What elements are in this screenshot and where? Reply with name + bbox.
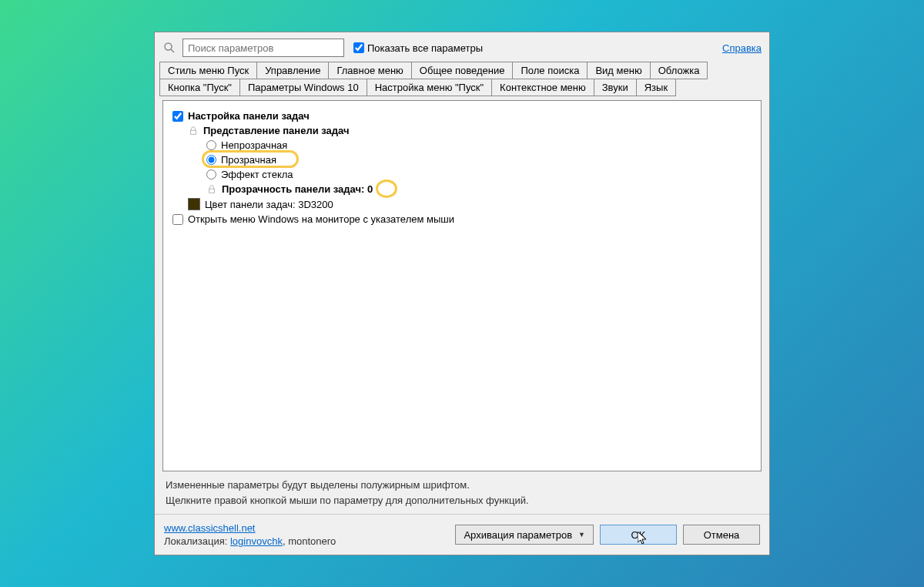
- hints: Измененные параметры будут выделены полу…: [162, 471, 762, 514]
- footer-buttons: Архивация параметров OK Отмена: [455, 525, 760, 545]
- footer-left: www.classicshell.net Локализация: loginv…: [164, 522, 336, 547]
- color-swatch: [188, 198, 200, 210]
- radio-opaque[interactable]: [206, 140, 216, 150]
- tabs-row-1: Стиль меню Пуск Управление Главное меню …: [155, 62, 769, 79]
- localization-line: Локализация: loginvovchk, montonero: [164, 535, 336, 547]
- ok-button[interactable]: OK: [600, 525, 677, 545]
- show-all-checkbox[interactable]: Показать все параметры: [353, 42, 483, 54]
- tab-main-menu[interactable]: Главное меню: [328, 62, 411, 79]
- radio-glass-row[interactable]: Эффект стекла: [206, 167, 752, 182]
- top-bar: Показать все параметры Справка: [155, 32, 769, 62]
- lock-icon: [206, 184, 217, 195]
- taskbar-settings-check[interactable]: [172, 111, 183, 122]
- show-all-check[interactable]: [353, 42, 364, 53]
- settings-tree: Настройка панели задач Представление пан…: [162, 100, 762, 471]
- radio-opaque-label: Непрозрачная: [221, 139, 287, 151]
- transparency-label: Прозрачность панели задач: 0: [222, 183, 373, 195]
- radio-glass-label: Эффект стекла: [221, 169, 293, 180]
- tab-sounds[interactable]: Звуки: [594, 79, 637, 96]
- archive-params-button[interactable]: Архивация параметров: [455, 525, 594, 545]
- tab-start-menu-style[interactable]: Стиль меню Пуск: [159, 62, 257, 79]
- site-link[interactable]: www.classicshell.net: [164, 522, 336, 534]
- taskbar-settings-label: Настройка панели задач: [188, 110, 310, 122]
- open-on-monitor-row[interactable]: Открыть меню Windows на мониторе с указа…: [172, 212, 752, 226]
- hint-line-2: Щелкните правой кнопкой мыши по параметр…: [166, 493, 758, 508]
- open-on-monitor-label: Открыть меню Windows на мониторе с указа…: [188, 213, 454, 225]
- search-input[interactable]: [182, 39, 344, 57]
- footer: www.classicshell.net Локализация: loginv…: [155, 514, 769, 555]
- help-link[interactable]: Справка: [722, 42, 762, 54]
- tab-skin[interactable]: Обложка: [650, 62, 708, 79]
- tab-start-menu-settings[interactable]: Настройка меню "Пуск": [367, 79, 492, 96]
- radio-transparent-label: Прозрачная: [221, 154, 276, 166]
- search-icon: [162, 41, 176, 55]
- tab-search-field[interactable]: Поле поиска: [512, 62, 588, 79]
- presentation-label: Представление панели задач: [203, 125, 350, 136]
- tab-context-menu[interactable]: Контекстное меню: [491, 79, 594, 96]
- color-label: Цвет панели задач: 3D3200: [205, 199, 333, 210]
- show-all-label: Показать все параметры: [367, 42, 483, 54]
- hint-line-1: Измененные параметры будут выделены полу…: [166, 478, 758, 493]
- radio-transparent-row[interactable]: Прозрачная: [206, 153, 752, 167]
- content-wrap: Настройка панели задач Представление пан…: [162, 100, 762, 514]
- svg-line-1: [171, 49, 174, 52]
- tab-windows10-params[interactable]: Параметры Windows 10: [239, 79, 367, 96]
- settings-dialog: Показать все параметры Справка Стиль мен…: [154, 32, 770, 555]
- tab-behavior[interactable]: Общее поведение: [411, 62, 514, 79]
- tab-language[interactable]: Язык: [636, 79, 676, 96]
- tab-start-button[interactable]: Кнопка "Пуск": [159, 79, 240, 96]
- tabs-row-2: Кнопка "Пуск" Параметры Windows 10 Настр…: [155, 79, 769, 96]
- svg-rect-3: [209, 189, 215, 193]
- presentation-row[interactable]: Представление панели задач: [188, 123, 752, 138]
- color-row[interactable]: Цвет панели задач: 3D3200: [188, 196, 752, 212]
- svg-rect-2: [191, 130, 196, 134]
- taskbar-settings-row[interactable]: Настройка панели задач: [172, 109, 752, 123]
- localization-author-link[interactable]: loginvovchk: [230, 535, 283, 547]
- radio-opaque-row[interactable]: Непрозрачная: [206, 138, 752, 153]
- lock-icon: [188, 126, 199, 136]
- radio-glass[interactable]: [206, 169, 216, 179]
- open-on-monitor-check[interactable]: [172, 214, 183, 225]
- cancel-button[interactable]: Отмена: [683, 525, 760, 545]
- transparency-row[interactable]: Прозрачность панели задач: 0: [206, 182, 752, 196]
- radio-transparent[interactable]: [206, 155, 216, 165]
- svg-point-0: [165, 43, 172, 50]
- tab-menu-look[interactable]: Вид меню: [587, 62, 650, 79]
- highlight-value-oval: [376, 179, 397, 198]
- tab-management[interactable]: Управление: [256, 62, 329, 79]
